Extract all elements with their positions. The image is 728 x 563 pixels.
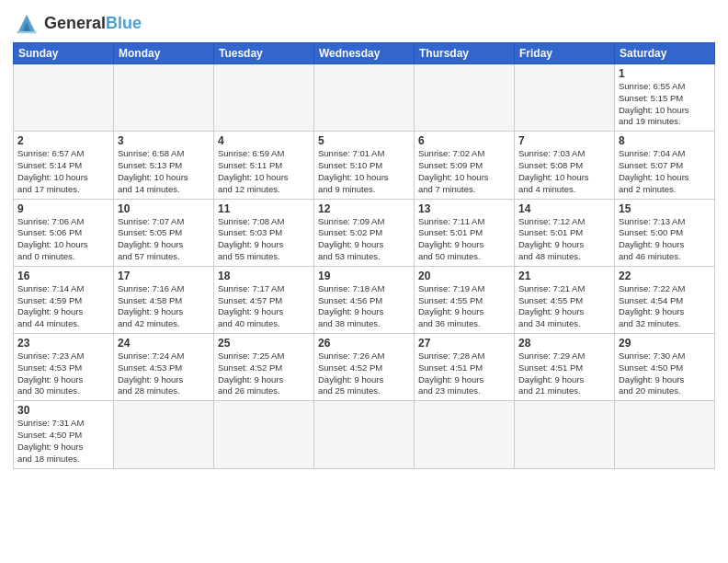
day-info: Sunrise: 7:06 AM Sunset: 5:06 PM Dayligh… (17, 216, 109, 263)
day-info: Sunrise: 6:57 AM Sunset: 5:14 PM Dayligh… (17, 148, 109, 195)
day-info: Sunrise: 7:14 AM Sunset: 4:59 PM Dayligh… (17, 283, 109, 330)
day-number: 8 (619, 134, 711, 147)
calendar-day-cell (515, 64, 615, 132)
day-number: 4 (218, 134, 310, 147)
day-info: Sunrise: 7:07 AM Sunset: 5:05 PM Dayligh… (118, 216, 210, 263)
day-info: Sunrise: 7:19 AM Sunset: 4:55 PM Dayligh… (418, 283, 510, 330)
header-monday: Monday (114, 43, 214, 64)
day-info: Sunrise: 7:16 AM Sunset: 4:58 PM Dayligh… (118, 283, 210, 330)
calendar-page: GeneralBlue Sunday Monday Tuesday Wednes… (0, 0, 728, 563)
calendar-day-cell: 18Sunrise: 7:17 AM Sunset: 4:57 PM Dayli… (214, 266, 314, 333)
calendar-day-cell (314, 64, 415, 132)
calendar-day-cell: 19Sunrise: 7:18 AM Sunset: 4:56 PM Dayli… (314, 266, 415, 333)
calendar-day-cell: 17Sunrise: 7:16 AM Sunset: 4:58 PM Dayli… (114, 266, 214, 333)
day-number: 10 (118, 202, 210, 215)
day-number: 2 (17, 134, 109, 147)
day-info: Sunrise: 7:11 AM Sunset: 5:01 PM Dayligh… (418, 216, 510, 263)
day-info: Sunrise: 7:21 AM Sunset: 4:55 PM Dayligh… (518, 283, 610, 330)
day-number: 3 (118, 134, 210, 147)
header: GeneralBlue (13, 9, 715, 37)
day-info: Sunrise: 7:18 AM Sunset: 4:56 PM Dayligh… (318, 283, 410, 330)
weekday-header-row: Sunday Monday Tuesday Wednesday Thursday… (14, 43, 715, 64)
day-number: 26 (318, 337, 410, 350)
day-info: Sunrise: 7:29 AM Sunset: 4:51 PM Dayligh… (518, 350, 610, 397)
calendar-day-cell: 16Sunrise: 7:14 AM Sunset: 4:59 PM Dayli… (14, 266, 114, 333)
calendar-day-cell: 27Sunrise: 7:28 AM Sunset: 4:51 PM Dayli… (415, 334, 515, 401)
day-number: 20 (418, 270, 510, 282)
day-number: 9 (17, 202, 109, 215)
calendar-table: Sunday Monday Tuesday Wednesday Thursday… (13, 42, 715, 469)
day-number: 16 (17, 270, 109, 282)
day-info: Sunrise: 7:22 AM Sunset: 4:54 PM Dayligh… (619, 283, 711, 330)
calendar-day-cell (214, 64, 314, 132)
day-number: 7 (518, 134, 610, 147)
calendar-day-cell: 24Sunrise: 7:24 AM Sunset: 4:53 PM Dayli… (114, 334, 214, 401)
calendar-day-cell (114, 401, 214, 468)
calendar-day-cell: 29Sunrise: 7:30 AM Sunset: 4:50 PM Dayli… (615, 334, 715, 401)
header-friday: Friday (515, 43, 615, 64)
day-info: Sunrise: 7:04 AM Sunset: 5:07 PM Dayligh… (619, 148, 711, 195)
day-info: Sunrise: 7:26 AM Sunset: 4:52 PM Dayligh… (318, 350, 410, 397)
calendar-day-cell: 22Sunrise: 7:22 AM Sunset: 4:54 PM Dayli… (615, 266, 715, 333)
day-number: 24 (118, 337, 210, 350)
day-info: Sunrise: 6:55 AM Sunset: 5:15 PM Dayligh… (619, 81, 711, 128)
calendar-day-cell: 5Sunrise: 7:01 AM Sunset: 5:10 PM Daylig… (314, 132, 415, 199)
calendar-day-cell (114, 64, 214, 132)
day-info: Sunrise: 7:24 AM Sunset: 4:53 PM Dayligh… (118, 350, 210, 397)
day-number: 28 (518, 337, 610, 350)
day-number: 17 (118, 270, 210, 282)
svg-rect-2 (17, 31, 37, 33)
day-info: Sunrise: 7:08 AM Sunset: 5:03 PM Dayligh… (218, 216, 310, 263)
calendar-week-row: 30Sunrise: 7:31 AM Sunset: 4:50 PM Dayli… (14, 401, 715, 468)
day-number: 22 (619, 270, 711, 282)
calendar-day-cell (415, 64, 515, 132)
calendar-week-row: 23Sunrise: 7:23 AM Sunset: 4:53 PM Dayli… (14, 334, 715, 401)
calendar-week-row: 9Sunrise: 7:06 AM Sunset: 5:06 PM Daylig… (14, 199, 715, 266)
calendar-day-cell: 15Sunrise: 7:13 AM Sunset: 5:00 PM Dayli… (615, 199, 715, 266)
day-info: Sunrise: 6:58 AM Sunset: 5:13 PM Dayligh… (118, 148, 210, 195)
header-tuesday: Tuesday (214, 43, 314, 64)
calendar-day-cell: 3Sunrise: 6:58 AM Sunset: 5:13 PM Daylig… (114, 132, 214, 199)
day-number: 1 (619, 67, 711, 80)
header-sunday: Sunday (14, 43, 114, 64)
calendar-day-cell: 25Sunrise: 7:25 AM Sunset: 4:52 PM Dayli… (214, 334, 314, 401)
day-number: 29 (619, 337, 711, 350)
day-number: 13 (418, 202, 510, 215)
header-saturday: Saturday (615, 43, 715, 64)
calendar-day-cell: 13Sunrise: 7:11 AM Sunset: 5:01 PM Dayli… (415, 199, 515, 266)
calendar-day-cell: 9Sunrise: 7:06 AM Sunset: 5:06 PM Daylig… (14, 199, 114, 266)
day-number: 18 (218, 270, 310, 282)
calendar-day-cell: 26Sunrise: 7:26 AM Sunset: 4:52 PM Dayli… (314, 334, 415, 401)
header-wednesday: Wednesday (314, 43, 415, 64)
day-info: Sunrise: 7:01 AM Sunset: 5:10 PM Dayligh… (318, 148, 410, 195)
calendar-day-cell (615, 401, 715, 468)
calendar-day-cell: 12Sunrise: 7:09 AM Sunset: 5:02 PM Dayli… (314, 199, 415, 266)
day-info: Sunrise: 7:31 AM Sunset: 4:50 PM Dayligh… (17, 418, 109, 465)
calendar-day-cell: 10Sunrise: 7:07 AM Sunset: 5:05 PM Dayli… (114, 199, 214, 266)
day-info: Sunrise: 6:59 AM Sunset: 5:11 PM Dayligh… (218, 148, 310, 195)
calendar-day-cell: 8Sunrise: 7:04 AM Sunset: 5:07 PM Daylig… (615, 132, 715, 199)
calendar-day-cell: 1Sunrise: 6:55 AM Sunset: 5:15 PM Daylig… (615, 64, 715, 132)
calendar-day-cell (314, 401, 415, 468)
day-info: Sunrise: 7:02 AM Sunset: 5:09 PM Dayligh… (418, 148, 510, 195)
calendar-week-row: 1Sunrise: 6:55 AM Sunset: 5:15 PM Daylig… (14, 64, 715, 132)
calendar-week-row: 16Sunrise: 7:14 AM Sunset: 4:59 PM Dayli… (14, 266, 715, 333)
day-number: 5 (318, 134, 410, 147)
day-number: 11 (218, 202, 310, 215)
calendar-day-cell: 14Sunrise: 7:12 AM Sunset: 5:01 PM Dayli… (515, 199, 615, 266)
calendar-day-cell (415, 401, 515, 468)
calendar-day-cell: 11Sunrise: 7:08 AM Sunset: 5:03 PM Dayli… (214, 199, 314, 266)
day-number: 12 (318, 202, 410, 215)
calendar-day-cell (515, 401, 615, 468)
day-number: 27 (418, 337, 510, 350)
day-number: 14 (518, 202, 610, 215)
calendar-day-cell: 20Sunrise: 7:19 AM Sunset: 4:55 PM Dayli… (415, 266, 515, 333)
day-info: Sunrise: 7:25 AM Sunset: 4:52 PM Dayligh… (218, 350, 310, 397)
day-info: Sunrise: 7:23 AM Sunset: 4:53 PM Dayligh… (17, 350, 109, 397)
day-number: 6 (418, 134, 510, 147)
day-info: Sunrise: 7:12 AM Sunset: 5:01 PM Dayligh… (518, 216, 610, 263)
day-number: 25 (218, 337, 310, 350)
day-number: 21 (518, 270, 610, 282)
day-number: 15 (619, 202, 711, 215)
day-info: Sunrise: 7:30 AM Sunset: 4:50 PM Dayligh… (619, 350, 711, 397)
